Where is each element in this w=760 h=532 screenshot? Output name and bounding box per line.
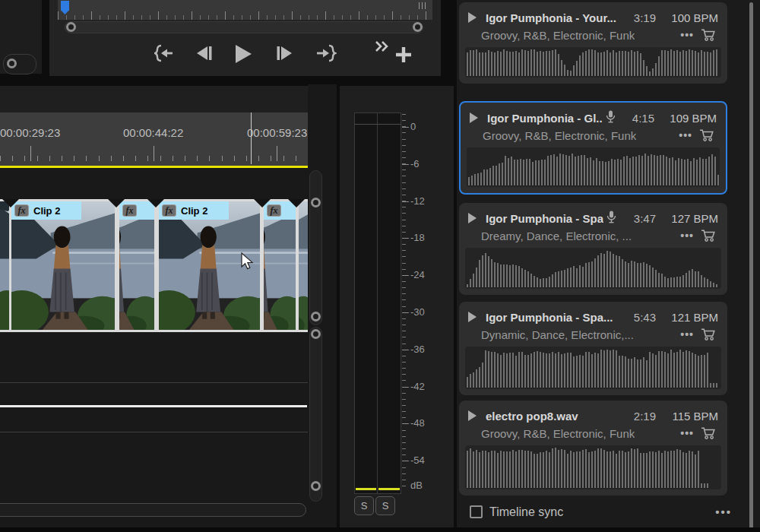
track-divider [0, 382, 308, 383]
card-header: Igor Pumphonia - Your... 3:19 100 BPM Gr… [459, 2, 727, 44]
collapsed-audio-clip[interactable] [0, 405, 307, 407]
more-options-icon[interactable]: ••• [680, 427, 694, 439]
meter-major-tick [402, 423, 409, 424]
add-button[interactable] [395, 46, 412, 63]
ruler-major-tick [277, 146, 277, 161]
timecode-label: 00:00:44:22 [123, 126, 183, 139]
add-to-cart-icon[interactable] [697, 128, 717, 142]
audio-track-card[interactable]: Igor Pumphonia - Spa 3:47 127 BPM Dreamy… [459, 203, 727, 295]
step-forward-button[interactable] [275, 46, 293, 61]
add-to-cart-icon[interactable] [698, 28, 718, 42]
card-header: Igor Pumphonia - Spa 3:47 127 BPM Dreamy… [459, 203, 727, 245]
ruler-major-tick [30, 146, 31, 161]
track-bpm: 127 BPM [660, 212, 718, 225]
waveform[interactable] [467, 147, 720, 187]
chevrons-icon [375, 40, 390, 52]
video-clip[interactable] [0, 201, 9, 330]
microphone-icon [606, 211, 616, 226]
zoom-handle-right[interactable] [413, 22, 423, 32]
solo-left-button[interactable]: S [354, 496, 374, 515]
meter-scale-label: 0 [410, 121, 416, 132]
track-zoom-scrollbar-upper[interactable] [309, 170, 322, 325]
meter-channel-divider [377, 112, 378, 494]
more-options-icon[interactable]: ••• [679, 129, 692, 141]
meter-clip-indicator-line [354, 124, 401, 125]
play-icon[interactable] [468, 12, 477, 23]
video-clip[interactable]: fx [264, 201, 296, 330]
clip-header: fxClip 2 [159, 201, 229, 220]
zoom-handle-left[interactable] [66, 22, 76, 32]
timeline-sync-label: Timeline sync [489, 505, 563, 519]
step-back-icon [195, 46, 214, 61]
timeline-sync-checkbox[interactable] [470, 505, 483, 518]
video-clip[interactable] [299, 201, 308, 330]
video-clip[interactable]: fxClip 2 [11, 201, 115, 330]
go-to-out-icon [316, 44, 337, 62]
timeline-horizontal-scrollbar[interactable] [0, 503, 306, 517]
waveform[interactable] [465, 347, 721, 389]
meter-scale-label: -24 [410, 269, 425, 280]
zoom-grip-icon[interactable] [419, 2, 428, 9]
more-options-icon[interactable]: ••• [680, 29, 694, 41]
waveform[interactable] [465, 248, 721, 289]
meter-scale-label: -18 [410, 232, 425, 243]
play-icon[interactable] [468, 213, 477, 223]
video-track[interactable]: fxClip 2 fx [0, 199, 308, 332]
meter-scale-label: -12 [410, 195, 425, 207]
microphone-icon [606, 110, 616, 126]
timecode-label: 00:00:59:23 [247, 126, 307, 139]
scrollbar-handle[interactable] [311, 198, 321, 207]
track-title: Igor Pumphonia - Spa [486, 212, 603, 225]
audio-track-card[interactable]: electro pop8.wav 2:19 115 BPM Groovy, R&… [459, 401, 727, 496]
track-duration: 3:47 [634, 212, 656, 225]
timeline-ruler[interactable]: 00:00:29:23 00:00:44:22 00:00:59:23 [0, 112, 308, 166]
panel-footer: Timeline sync ••• [457, 498, 746, 526]
monitor-time-ruler[interactable] [58, 0, 432, 20]
audio-track-card[interactable]: Igor Pumphonia - Gl.. 4:15 109 BPM Groov… [459, 101, 727, 195]
track-tags: Groovy, R&B, Electronic, Funk [481, 427, 635, 440]
timeline-playhead-line[interactable] [251, 112, 252, 164]
monitor-zoom-scrollbar[interactable] [65, 21, 423, 33]
panel-overflow-button[interactable] [375, 40, 390, 52]
scrollbar-handle[interactable] [311, 329, 321, 339]
play-icon[interactable] [470, 112, 478, 123]
solo-right-button[interactable]: S [375, 496, 395, 515]
play-icon[interactable] [468, 312, 477, 322]
track-bpm: 109 BPM [659, 112, 717, 125]
clip-header: fxClip 2 [11, 201, 81, 220]
play-button[interactable] [233, 44, 253, 64]
panel-vertical-scrollbar[interactable] [749, 2, 753, 530]
meter-major-tick [402, 461, 409, 461]
go-to-out-button[interactable] [316, 44, 337, 62]
timeline-scrollbar-column [308, 84, 337, 446]
scrollbar-handle[interactable] [311, 312, 321, 321]
play-icon[interactable] [468, 410, 477, 421]
scrollbar-end-handle[interactable] [7, 59, 17, 68]
clip-name-label: Clip 2 [181, 205, 207, 217]
add-to-cart-icon[interactable] [698, 328, 718, 341]
track-duration: 4:15 [632, 112, 654, 125]
audio-meter [354, 112, 401, 494]
corner-panel [0, 0, 42, 74]
step-back-button[interactable] [195, 46, 214, 61]
video-clip[interactable]: fx [119, 201, 154, 330]
meter-scale-label: -36 [410, 344, 425, 355]
card-header: Igor Pumphonia - Spa... 5:43 121 BPM Dyn… [459, 302, 727, 344]
footer-more-options-icon[interactable]: ••• [715, 505, 732, 518]
more-options-icon[interactable]: ••• [680, 230, 694, 242]
waveform[interactable] [465, 445, 721, 489]
audio-browser-panel: Igor Pumphonia - Your... 3:19 100 BPM Gr… [457, 0, 760, 532]
track-bpm: 121 BPM [660, 311, 718, 324]
go-to-in-button[interactable] [154, 44, 174, 62]
add-to-cart-icon[interactable] [698, 426, 718, 440]
audio-track-card[interactable]: Igor Pumphonia - Spa... 5:43 121 BPM Dyn… [459, 302, 727, 395]
meter-major-tick [402, 387, 409, 388]
audio-track-card[interactable]: Igor Pumphonia - Your... 3:19 100 BPM Gr… [459, 2, 727, 84]
track-zoom-scrollbar-lower[interactable] [309, 327, 322, 502]
track-tags: Dreamy, Dance, Electronic, ... [481, 230, 632, 242]
add-to-cart-icon[interactable] [698, 229, 718, 242]
card-header: Igor Pumphonia - Gl.. 4:15 109 BPM Groov… [461, 103, 726, 144]
more-options-icon[interactable]: ••• [680, 328, 694, 340]
scrollbar-handle[interactable] [311, 481, 321, 491]
waveform[interactable] [465, 47, 721, 78]
